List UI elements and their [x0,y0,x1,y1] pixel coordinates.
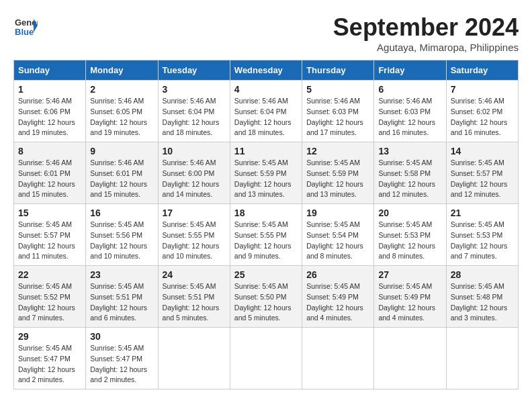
table-cell: 8Sunrise: 5:46 AM Sunset: 6:01 PM Daylig… [14,142,86,204]
day-number: 21 [451,208,514,218]
day-number: 11 [234,146,298,156]
table-cell [374,328,446,390]
day-info: Sunrise: 5:46 AM Sunset: 6:01 PM Dayligh… [18,158,81,200]
day-info: Sunrise: 5:45 AM Sunset: 5:51 PM Dayligh… [163,281,226,324]
day-number: 8 [18,146,81,156]
page-header: General Blue September 2024 Agutaya, Mim… [13,13,519,53]
day-number: 20 [378,208,441,218]
table-cell: 25Sunrise: 5:45 AM Sunset: 5:50 PM Dayli… [230,266,302,328]
day-info: Sunrise: 5:45 AM Sunset: 5:52 PM Dayligh… [18,281,81,324]
title-block: September 2024 Agutaya, Mimaropa, Philip… [333,13,519,53]
header-row: Sunday Monday Tuesday Wednesday Thursday… [14,60,519,81]
table-cell: 7Sunrise: 5:46 AM Sunset: 6:02 PM Daylig… [446,81,518,142]
table-cell: 24Sunrise: 5:45 AM Sunset: 5:51 PM Dayli… [158,266,230,328]
day-info: Sunrise: 5:46 AM Sunset: 6:02 PM Dayligh… [451,96,514,138]
table-cell: 2Sunrise: 5:46 AM Sunset: 6:05 PM Daylig… [86,81,158,142]
table-cell: 29Sunrise: 5:45 AM Sunset: 5:47 PM Dayli… [14,328,86,390]
table-row: 29Sunrise: 5:45 AM Sunset: 5:47 PM Dayli… [14,328,519,390]
day-number: 22 [18,269,81,280]
day-number: 14 [451,146,514,156]
col-wednesday: Wednesday [230,60,302,81]
table-cell: 10Sunrise: 5:46 AM Sunset: 6:00 PM Dayli… [158,142,230,204]
table-cell: 26Sunrise: 5:45 AM Sunset: 5:49 PM Dayli… [302,266,374,328]
table-cell: 30Sunrise: 5:45 AM Sunset: 5:47 PM Dayli… [86,328,158,390]
day-info: Sunrise: 5:45 AM Sunset: 5:47 PM Dayligh… [90,343,153,385]
table-row: 15Sunrise: 5:45 AM Sunset: 5:57 PM Dayli… [14,204,519,266]
day-info: Sunrise: 5:45 AM Sunset: 5:55 PM Dayligh… [234,220,298,262]
day-number: 25 [234,269,298,280]
day-info: Sunrise: 5:45 AM Sunset: 5:55 PM Dayligh… [163,220,226,262]
day-info: Sunrise: 5:45 AM Sunset: 5:59 PM Dayligh… [234,158,298,200]
month-title: September 2024 [333,13,519,42]
col-saturday: Saturday [446,60,518,81]
logo-icon: General Blue [13,13,38,38]
day-info: Sunrise: 5:46 AM Sunset: 6:03 PM Dayligh… [378,96,441,138]
day-number: 27 [378,269,441,280]
table-cell [230,328,302,390]
day-number: 23 [90,269,153,280]
day-info: Sunrise: 5:45 AM Sunset: 5:49 PM Dayligh… [378,281,441,324]
day-number: 15 [18,208,81,218]
table-cell: 17Sunrise: 5:45 AM Sunset: 5:55 PM Dayli… [158,204,230,266]
day-number: 18 [234,208,298,218]
table-cell: 22Sunrise: 5:45 AM Sunset: 5:52 PM Dayli… [14,266,86,328]
table-cell: 11Sunrise: 5:45 AM Sunset: 5:59 PM Dayli… [230,142,302,204]
table-cell: 20Sunrise: 5:45 AM Sunset: 5:53 PM Dayli… [374,204,446,266]
day-number: 9 [90,146,153,156]
table-cell: 5Sunrise: 5:46 AM Sunset: 6:03 PM Daylig… [302,81,374,142]
table-cell: 6Sunrise: 5:46 AM Sunset: 6:03 PM Daylig… [374,81,446,142]
day-info: Sunrise: 5:45 AM Sunset: 5:50 PM Dayligh… [234,281,298,324]
table-row: 22Sunrise: 5:45 AM Sunset: 5:52 PM Dayli… [14,266,519,328]
day-number: 5 [306,84,369,95]
table-cell: 15Sunrise: 5:45 AM Sunset: 5:57 PM Dayli… [14,204,86,266]
table-cell: 18Sunrise: 5:45 AM Sunset: 5:55 PM Dayli… [230,204,302,266]
day-number: 4 [234,84,298,95]
table-cell: 9Sunrise: 5:46 AM Sunset: 6:01 PM Daylig… [86,142,158,204]
col-monday: Monday [86,60,158,81]
day-info: Sunrise: 5:45 AM Sunset: 5:54 PM Dayligh… [306,220,369,262]
day-info: Sunrise: 5:46 AM Sunset: 6:00 PM Dayligh… [163,158,226,200]
table-cell: 21Sunrise: 5:45 AM Sunset: 5:53 PM Dayli… [446,204,518,266]
table-cell: 12Sunrise: 5:45 AM Sunset: 5:59 PM Dayli… [302,142,374,204]
day-number: 30 [90,331,153,342]
day-info: Sunrise: 5:45 AM Sunset: 5:57 PM Dayligh… [451,158,514,200]
table-cell: 3Sunrise: 5:46 AM Sunset: 6:04 PM Daylig… [158,81,230,142]
day-number: 26 [306,269,369,280]
day-number: 12 [306,146,369,156]
day-info: Sunrise: 5:46 AM Sunset: 6:03 PM Dayligh… [306,96,369,138]
day-info: Sunrise: 5:45 AM Sunset: 5:48 PM Dayligh… [451,281,514,324]
day-info: Sunrise: 5:46 AM Sunset: 6:06 PM Dayligh… [18,96,81,138]
table-cell: 13Sunrise: 5:45 AM Sunset: 5:58 PM Dayli… [374,142,446,204]
day-number: 29 [18,331,81,342]
day-number: 17 [163,208,226,218]
day-info: Sunrise: 5:45 AM Sunset: 5:56 PM Dayligh… [90,220,153,262]
day-number: 28 [451,269,514,280]
day-info: Sunrise: 5:46 AM Sunset: 6:01 PM Dayligh… [90,158,153,200]
day-number: 10 [163,146,226,156]
day-number: 6 [378,84,441,95]
day-info: Sunrise: 5:45 AM Sunset: 5:53 PM Dayligh… [378,220,441,262]
col-friday: Friday [374,60,446,81]
day-info: Sunrise: 5:45 AM Sunset: 5:57 PM Dayligh… [18,220,81,262]
day-info: Sunrise: 5:45 AM Sunset: 5:53 PM Dayligh… [451,220,514,262]
day-info: Sunrise: 5:45 AM Sunset: 5:47 PM Dayligh… [18,343,81,385]
col-sunday: Sunday [14,60,86,81]
table-row: 1Sunrise: 5:46 AM Sunset: 6:06 PM Daylig… [14,81,519,142]
table-cell: 28Sunrise: 5:45 AM Sunset: 5:48 PM Dayli… [446,266,518,328]
day-number: 13 [378,146,441,156]
day-number: 2 [90,84,153,95]
table-row: 8Sunrise: 5:46 AM Sunset: 6:01 PM Daylig… [14,142,519,204]
day-number: 1 [18,84,81,95]
day-number: 24 [163,269,226,280]
table-cell: 4Sunrise: 5:46 AM Sunset: 6:04 PM Daylig… [230,81,302,142]
day-info: Sunrise: 5:46 AM Sunset: 6:04 PM Dayligh… [163,96,226,138]
table-cell [446,328,518,390]
table-cell [302,328,374,390]
table-cell [158,328,230,390]
day-number: 3 [163,84,226,95]
day-number: 16 [90,208,153,218]
table-cell: 27Sunrise: 5:45 AM Sunset: 5:49 PM Dayli… [374,266,446,328]
table-cell: 14Sunrise: 5:45 AM Sunset: 5:57 PM Dayli… [446,142,518,204]
day-info: Sunrise: 5:46 AM Sunset: 6:04 PM Dayligh… [234,96,298,138]
day-number: 7 [451,84,514,95]
